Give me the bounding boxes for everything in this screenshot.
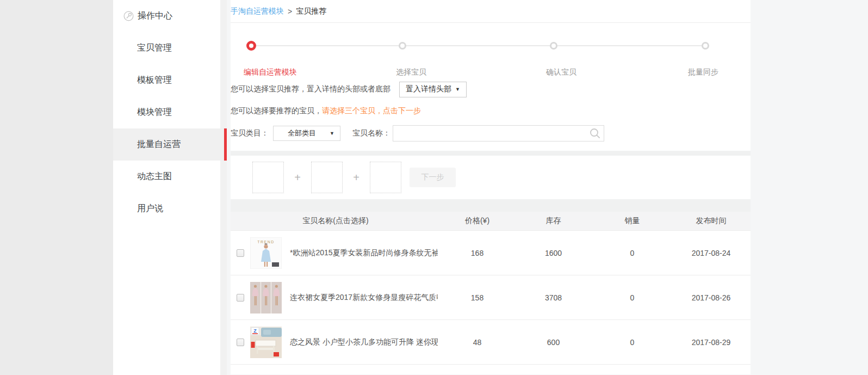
step-label-edit-module: 编辑自运营模块 bbox=[244, 67, 297, 77]
left-margin bbox=[0, 0, 113, 375]
wrench-circle-icon bbox=[123, 11, 134, 21]
header-publish-date: 发布时间 bbox=[672, 216, 751, 226]
header-price: 价格(¥) bbox=[441, 216, 514, 226]
placement-dropdown-value: 置入详情头部 bbox=[406, 84, 451, 94]
step-dot-confirm-items bbox=[550, 42, 557, 50]
header-sales: 销量 bbox=[593, 216, 672, 226]
selection-slot-2[interactable] bbox=[311, 162, 343, 193]
category-dropdown[interactable]: 全部类目 ▼ bbox=[273, 126, 340, 141]
main-content: 手淘自运营模块 > 宝贝推荐 编辑自运营模块 选择宝贝 确认宝贝 批量同步 您可… bbox=[231, 0, 751, 375]
section-divider bbox=[231, 199, 751, 212]
table-header-row: 宝贝名称(点击选择) 价格(¥) 库存 销量 发布时间 bbox=[231, 212, 751, 230]
cell-sales: 0 bbox=[593, 293, 672, 302]
intro-line-2-highlight: 请选择三个宝贝，点击下一步 bbox=[322, 106, 421, 116]
sidebar-item-batch-self-operation[interactable]: 批量自运营 bbox=[113, 128, 227, 161]
cell-sales: 0 bbox=[593, 249, 672, 257]
cell-price: 48 bbox=[441, 338, 514, 347]
placement-dropdown[interactable]: 置入详情头部 ▼ bbox=[399, 82, 467, 97]
cell-price: 158 bbox=[441, 293, 514, 302]
cell-sales: 0 bbox=[593, 338, 672, 347]
name-filter-label: 宝贝名称： bbox=[352, 128, 390, 138]
stepper: 编辑自运营模块 选择宝贝 确认宝贝 批量同步 bbox=[231, 23, 751, 73]
step-dot-select-items bbox=[399, 42, 406, 50]
category-filter-label: 宝贝类目： bbox=[231, 128, 269, 138]
cell-price: 168 bbox=[441, 249, 514, 257]
header-stock: 库存 bbox=[514, 216, 593, 226]
cell-date: 2017-08-29 bbox=[672, 338, 751, 347]
sidebar-item-module-management[interactable]: 模块管理 bbox=[113, 96, 220, 128]
row-checkbox[interactable] bbox=[237, 294, 244, 302]
item-name-search-input[interactable] bbox=[393, 125, 604, 142]
row-checkbox[interactable] bbox=[237, 249, 244, 257]
caret-down-icon: ▼ bbox=[330, 131, 334, 136]
sidebar-item-label: 操作中心 bbox=[138, 10, 172, 22]
sidebar-item-item-management[interactable]: 宝贝管理 bbox=[113, 32, 220, 64]
product-title[interactable]: *欧洲站2015夏季女装新品时尚修身条纹无袖背 bbox=[290, 248, 438, 258]
product-title[interactable]: 连衣裙女夏季2017新款女修身显瘦碎花气质喇 bbox=[290, 293, 438, 303]
sidebar-item-operation-center[interactable]: 操作中心 bbox=[113, 0, 220, 32]
product-title[interactable]: 恋之风景 小户型小茶几多功能可升降 迷你现代 bbox=[290, 337, 438, 347]
cell-stock: 1600 bbox=[514, 249, 593, 257]
sidebar: 操作中心 宝贝管理 模板管理 模块管理 批量自运营 动态主图 用户说 bbox=[113, 0, 227, 375]
step-label-select-items: 选择宝贝 bbox=[396, 67, 426, 77]
cell-stock: 3708 bbox=[514, 293, 593, 302]
breadcrumb-current: 宝贝推荐 bbox=[296, 7, 326, 16]
step-label-confirm-items: 确认宝贝 bbox=[546, 67, 576, 77]
sidebar-item-label: 模块管理 bbox=[137, 107, 172, 118]
stepper-line bbox=[251, 45, 705, 46]
sidebar-item-label: 用户说 bbox=[137, 203, 163, 214]
selection-slot-3[interactable] bbox=[370, 162, 401, 193]
table-row-partial bbox=[231, 364, 751, 374]
next-step-button[interactable]: 下一步 bbox=[410, 168, 456, 187]
breadcrumb: 手淘自运营模块 > 宝贝推荐 bbox=[231, 0, 751, 23]
cell-date: 2017-08-24 bbox=[672, 249, 751, 257]
intro-line-2-prefix: 您可以选择要推荐的宝贝， bbox=[231, 106, 322, 116]
header-item-name: 宝贝名称(点击选择) bbox=[231, 216, 441, 226]
items-table: 宝贝名称(点击选择) 价格(¥) 库存 销量 发布时间 TREND bbox=[231, 212, 751, 374]
sidebar-item-dynamic-main-image[interactable]: 动态主图 bbox=[113, 161, 220, 193]
selection-slot-1[interactable] bbox=[252, 162, 284, 193]
cell-date: 2017-08-26 bbox=[672, 293, 751, 302]
sidebar-item-label: 批量自运营 bbox=[137, 139, 181, 150]
step-dot-edit-module bbox=[246, 41, 256, 51]
sidebar-item-template-management[interactable]: 模板管理 bbox=[113, 64, 220, 96]
table-row[interactable]: Z 恋之风景 小户型小茶几多功能可升降 迷你现代 48 600 0 2017-0… bbox=[231, 319, 751, 364]
sidebar-item-label: 模板管理 bbox=[137, 75, 172, 86]
breadcrumb-link-module[interactable]: 手淘自运营模块 bbox=[231, 7, 284, 16]
sidebar-item-user-says[interactable]: 用户说 bbox=[113, 193, 220, 225]
row-checkbox[interactable] bbox=[237, 339, 244, 346]
step-label-batch-sync: 批量同步 bbox=[688, 67, 718, 77]
selection-card: + + 下一步 bbox=[231, 156, 751, 199]
svg-text:TREND: TREND bbox=[257, 240, 275, 244]
search-icon[interactable] bbox=[589, 127, 601, 141]
product-image: Z bbox=[250, 327, 282, 358]
section-divider bbox=[231, 151, 751, 156]
plus-sign: + bbox=[284, 171, 311, 184]
table-row[interactable]: TREND *欧洲站2015夏季女装新品时尚修身条纹无袖背 168 1600 0… bbox=[231, 230, 751, 275]
intro-line-1: 您可以选择宝贝推荐，置入详情的头部或者底部 bbox=[231, 84, 390, 94]
sidebar-item-label: 动态主图 bbox=[137, 171, 172, 182]
breadcrumb-separator: > bbox=[288, 7, 292, 16]
product-image: TREND bbox=[250, 237, 282, 269]
cell-stock: 600 bbox=[514, 338, 593, 347]
product-image bbox=[250, 282, 282, 313]
table-row[interactable]: 连衣裙女夏季2017新款女修身显瘦碎花气质喇 158 3708 0 2017-0… bbox=[231, 275, 751, 319]
caret-down-icon: ▼ bbox=[455, 87, 460, 92]
category-dropdown-value: 全部类目 bbox=[288, 128, 316, 138]
sidebar-item-label: 宝贝管理 bbox=[137, 42, 172, 54]
plus-sign: + bbox=[343, 171, 370, 184]
step-dot-batch-sync bbox=[702, 42, 709, 50]
svg-text:Z: Z bbox=[253, 328, 257, 334]
